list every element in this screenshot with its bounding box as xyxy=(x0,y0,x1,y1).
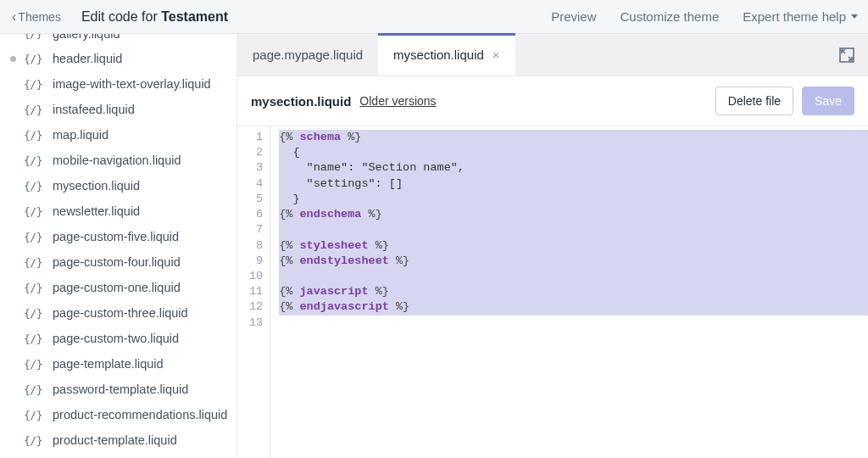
line-number: 12 xyxy=(249,299,263,315)
line-number: 5 xyxy=(249,192,263,207)
code-line[interactable]: "name": "Section name", xyxy=(279,160,868,176)
file-name-label: page-custom-four.liquid xyxy=(53,255,181,269)
older-versions-link[interactable]: Older versions xyxy=(359,94,436,108)
main-layout: {/}gallery.liquid{/}header.liquid{/}imag… xyxy=(0,34,868,458)
code-line[interactable]: {% endstylesheet %} xyxy=(279,254,868,269)
page-title: Edit code for Testament xyxy=(81,9,228,25)
file-item[interactable]: {/}password-template.liquid xyxy=(0,377,236,402)
file-name-label: mobile-navigation.liquid xyxy=(53,154,181,167)
save-button[interactable]: Save xyxy=(802,87,854,115)
editor-area: page.mypage.liquidmysection.liquid× myse… xyxy=(237,34,868,458)
line-number: 4 xyxy=(249,176,263,192)
file-item[interactable]: {/}header.liquid xyxy=(0,46,236,71)
expert-help-dropdown[interactable]: Expert theme help xyxy=(743,9,858,24)
line-number: 7 xyxy=(249,222,263,237)
preview-link[interactable]: Preview xyxy=(551,9,596,24)
file-item[interactable]: {/}newsletter.liquid xyxy=(0,198,236,224)
tab-label: mysection.liquid xyxy=(393,47,484,62)
expand-icon xyxy=(838,47,855,64)
modified-dot-icon xyxy=(10,56,16,62)
file-name-label: product-template.liquid xyxy=(53,433,177,447)
file-name-label: instafeed.liquid xyxy=(53,103,135,116)
tab[interactable]: page.mypage.liquid xyxy=(237,34,378,75)
liquid-file-icon: {/} xyxy=(24,129,47,142)
customize-theme-link[interactable]: Customize theme xyxy=(620,9,720,24)
file-item[interactable]: {/}page-custom-two.liquid xyxy=(0,326,236,351)
liquid-file-icon: {/} xyxy=(24,53,47,65)
file-item[interactable]: {/}page-custom-five.liquid xyxy=(0,224,236,249)
file-name-label: page-custom-three.liquid xyxy=(53,306,188,320)
file-name-label: password-template.liquid xyxy=(53,383,188,396)
file-name-label: map.liquid xyxy=(53,128,108,142)
line-number: 9 xyxy=(249,254,263,269)
close-icon[interactable]: × xyxy=(492,48,500,61)
file-name-label: mysection.liquid xyxy=(53,179,140,193)
code-line[interactable]: "settings": [] xyxy=(279,176,868,192)
back-label: Themes xyxy=(18,10,61,24)
line-number-gutter: 12345678910111213 xyxy=(237,126,270,458)
tab-label: page.mypage.liquid xyxy=(253,47,363,62)
liquid-file-icon: {/} xyxy=(24,332,47,345)
file-name-label: image-with-text-overlay.liquid xyxy=(53,77,211,91)
file-name-label: product-recommendations.liquid xyxy=(53,408,227,422)
line-number: 2 xyxy=(249,145,263,160)
liquid-file-icon: {/} xyxy=(24,307,47,320)
file-name-label: page-custom-five.liquid xyxy=(53,230,179,243)
file-item[interactable]: {/}map.liquid xyxy=(0,122,236,148)
line-number: 13 xyxy=(249,316,263,331)
file-item[interactable]: {/}page-custom-three.liquid xyxy=(0,300,236,326)
liquid-file-icon: {/} xyxy=(24,154,47,167)
file-item[interactable]: {/}product-template.liquid xyxy=(0,427,236,453)
file-name-label: header.liquid xyxy=(53,52,122,65)
code-line[interactable] xyxy=(279,222,868,237)
chevron-down-icon xyxy=(851,14,858,19)
file-item[interactable]: {/}page-custom-one.liquid xyxy=(0,275,236,300)
liquid-file-icon: {/} xyxy=(24,34,47,40)
line-number: 6 xyxy=(249,207,263,222)
file-item[interactable]: {/}page-template.liquid xyxy=(0,351,236,377)
file-item[interactable]: {/}image-with-text-overlay.liquid xyxy=(0,71,236,97)
liquid-file-icon: {/} xyxy=(24,358,47,371)
liquid-file-icon: {/} xyxy=(24,180,47,193)
liquid-file-icon: {/} xyxy=(24,434,47,447)
liquid-file-icon: {/} xyxy=(24,409,47,422)
liquid-file-icon: {/} xyxy=(24,78,47,91)
code-line[interactable]: {% javascript %} xyxy=(279,284,868,299)
file-name-label: page-template.liquid xyxy=(53,357,164,371)
liquid-file-icon: {/} xyxy=(24,256,47,269)
line-number: 8 xyxy=(249,238,263,254)
liquid-file-icon: {/} xyxy=(24,231,47,243)
file-name-label: newsletter.liquid xyxy=(53,204,140,218)
file-item[interactable]: {/}instafeed.liquid xyxy=(0,97,236,122)
code-line[interactable]: {% stylesheet %} xyxy=(279,238,868,254)
line-number: 1 xyxy=(249,130,263,145)
file-item[interactable]: {/}gallery.liquid xyxy=(0,34,236,46)
code-line[interactable] xyxy=(279,269,868,284)
code-editor[interactable]: 12345678910111213 {% schema %} { "name":… xyxy=(237,126,868,458)
code-line[interactable]: {% endschema %} xyxy=(279,207,868,222)
liquid-file-icon: {/} xyxy=(24,103,47,116)
code-content[interactable]: {% schema %} { "name": "Section name", "… xyxy=(270,126,868,458)
line-number: 3 xyxy=(249,160,263,176)
code-line[interactable]: { xyxy=(279,145,868,160)
file-item[interactable]: {/}mysection.liquid xyxy=(0,173,236,198)
code-line[interactable] xyxy=(279,316,868,331)
code-line[interactable]: } xyxy=(279,192,868,207)
current-filename: mysection.liquid xyxy=(251,94,351,109)
back-to-themes-link[interactable]: ‹ Themes xyxy=(7,7,66,27)
file-item[interactable]: {/}page-custom-four.liquid xyxy=(0,249,236,275)
file-item[interactable]: {/}product-recommendations.liquid xyxy=(0,402,236,427)
file-item[interactable]: {/}mobile-navigation.liquid xyxy=(0,148,236,173)
file-name-label: gallery.liquid xyxy=(53,34,120,41)
tab-active[interactable]: mysection.liquid× xyxy=(378,34,515,75)
liquid-file-icon: {/} xyxy=(24,383,47,396)
code-line[interactable]: {% schema %} xyxy=(279,130,868,145)
liquid-file-icon: {/} xyxy=(24,282,47,294)
delete-file-button[interactable]: Delete file xyxy=(715,87,793,115)
file-sidebar[interactable]: {/}gallery.liquid{/}header.liquid{/}imag… xyxy=(0,34,237,458)
editor-tabs: page.mypage.liquidmysection.liquid× xyxy=(237,34,868,76)
expand-editor-button[interactable] xyxy=(826,34,868,75)
chevron-left-icon: ‹ xyxy=(12,10,16,24)
file-name-label: page-custom-two.liquid xyxy=(53,332,179,345)
code-line[interactable]: {% endjavascript %} xyxy=(279,299,868,315)
